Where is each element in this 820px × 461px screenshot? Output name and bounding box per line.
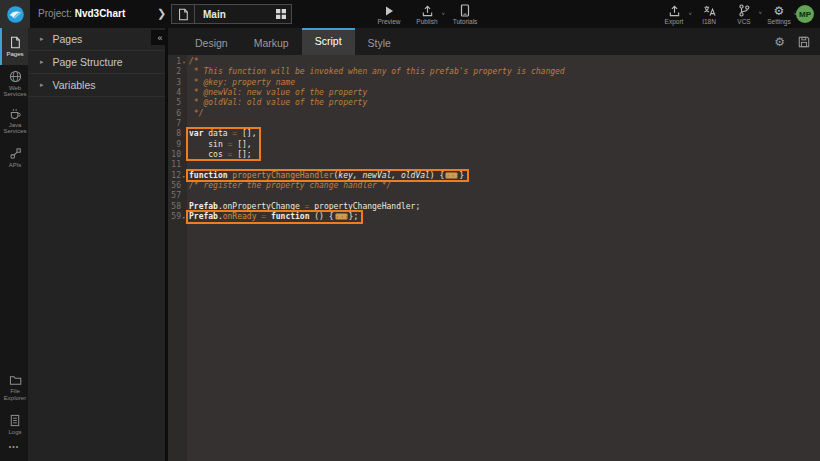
code-line-content: sin = [],: [187, 140, 252, 150]
code-line-content: * This function will be invoked when any…: [187, 67, 565, 77]
code-token: Prefab: [189, 212, 218, 221]
coffee-icon: [9, 107, 22, 120]
chevron-right-icon: ▸: [40, 35, 44, 43]
panel-section-variables[interactable]: ▸ Variables: [28, 74, 165, 97]
code-token: * This function will be invoked when any…: [189, 67, 565, 76]
connector-icon: [9, 147, 22, 160]
code-lines: 1▾/*2 * This function will be invoked wh…: [168, 57, 820, 223]
line-number: 56: [168, 181, 181, 191]
code-line-content: Prefab.onReady = function () {···};: [187, 212, 358, 222]
breadcrumb-chevron-icon: ❯: [157, 0, 166, 28]
rail-bottom: File Explorer Logs •••: [0, 369, 28, 459]
code-line[interactable]: 12▸function propertyChangeHandler(key, n…: [168, 171, 820, 181]
panel-section-page-structure[interactable]: ▸ Page Structure: [28, 51, 165, 74]
settings-button[interactable]: ⚙ Settings ˅: [766, 4, 792, 25]
rail-item-web-services[interactable]: Web Services: [0, 65, 28, 102]
line-number: 8: [168, 129, 181, 139]
code-token: * @key: property name: [189, 78, 295, 87]
branch-icon: [738, 4, 750, 17]
code-line[interactable]: 5 * @oldVal: old value of the property: [168, 98, 820, 108]
grid-icon[interactable]: [271, 9, 291, 19]
code-token: [];: [232, 150, 251, 159]
folder-icon: [9, 374, 22, 386]
code-line-content: var data = [],: [187, 129, 256, 139]
page-selector-value: Main: [195, 9, 271, 20]
code-line[interactable]: 7: [168, 119, 820, 129]
code-token: function: [271, 212, 310, 221]
rail-item-java-services[interactable]: Java Services: [0, 102, 28, 139]
tab-script[interactable]: Script: [302, 28, 355, 55]
tab-markup[interactable]: Markup: [241, 28, 302, 55]
code-line[interactable]: 11: [168, 160, 820, 170]
code-line[interactable]: 4 * @newVal: new value of the property: [168, 88, 820, 98]
user-avatar[interactable]: MP: [796, 5, 814, 23]
line-number: 1: [168, 57, 181, 67]
line-number: 9: [168, 140, 181, 150]
code-token: Prefab: [189, 202, 218, 211]
collapse-panel-button[interactable]: «: [151, 30, 169, 45]
code-line-content: Prefab.onPropertyChange = propertyChange…: [187, 202, 420, 212]
log-icon: [9, 414, 21, 427]
project-title: Project: Nvd3Chart: [38, 0, 125, 28]
code-token: [],: [232, 140, 251, 149]
tab-style[interactable]: Style: [355, 28, 404, 55]
code-token: sin: [189, 140, 228, 149]
code-token: onReady: [223, 212, 257, 221]
code-token: propertyChangeHandler: [232, 171, 333, 180]
code-line[interactable]: 3 * @key: property name: [168, 78, 820, 88]
wavemaker-logo[interactable]: [0, 0, 30, 28]
code-editor[interactable]: 1▾/*2 * This function will be invoked wh…: [168, 55, 820, 461]
code-token: function: [189, 171, 228, 180]
explorer-panel: « ▸ Pages ▸ Page Structure ▸ Variables: [28, 28, 165, 461]
code-line[interactable]: 59▸Prefab.onReady = function () {···};: [168, 212, 820, 222]
tab-design[interactable]: Design: [182, 28, 241, 55]
i18n-button[interactable]: I18N: [696, 4, 722, 25]
rail-item-logs[interactable]: Logs: [0, 406, 28, 443]
project-label: Project:: [38, 8, 72, 19]
rail-item-file-explorer[interactable]: File Explorer: [0, 369, 28, 406]
publish-button[interactable]: Publish ˅: [414, 4, 440, 25]
folded-code-widget[interactable]: ···: [335, 213, 348, 220]
code-token: ) {: [430, 171, 444, 180]
code-line-content: * @newVal: new value of the property: [187, 88, 367, 98]
code-line[interactable]: 58Prefab.onPropertyChange = propertyChan…: [168, 202, 820, 212]
vcs-button[interactable]: VCS ˅: [731, 3, 757, 25]
code-line-content: * @oldVal: old value of the property: [187, 98, 367, 108]
line-number: 2: [168, 67, 181, 77]
left-rail: Pages Web Services Java Services: [0, 28, 28, 461]
line-number: 11: [168, 160, 181, 170]
publish-icon: [421, 5, 434, 17]
code-token: [],: [237, 129, 256, 138]
editor-settings-gear-icon[interactable]: ⚙: [774, 36, 785, 48]
preview-button[interactable]: Preview: [376, 4, 402, 25]
line-number: 58: [168, 202, 181, 212]
code-line[interactable]: 8var data = [],: [168, 129, 820, 139]
code-token: var: [189, 129, 203, 138]
chevron-down-icon: ˅: [441, 11, 445, 17]
rail-more-button[interactable]: •••: [0, 443, 28, 459]
code-line[interactable]: 57: [168, 191, 820, 201]
panel-section-pages[interactable]: ▸ Pages: [28, 28, 165, 51]
code-line[interactable]: 6 */: [168, 109, 820, 119]
tutorials-button[interactable]: Tutorials: [452, 3, 478, 25]
code-line[interactable]: 2 * This function will be invoked when a…: [168, 67, 820, 77]
code-token: */: [189, 109, 203, 118]
editor: Design Markup Script Style ⚙ 1▾/*2 * Thi…: [168, 28, 820, 461]
code-token: cos: [189, 150, 228, 159]
code-token: data: [203, 129, 232, 138]
globe-icon: [9, 70, 22, 83]
export-button[interactable]: Export ˅: [661, 4, 687, 25]
chevron-right-icon: ▸: [40, 58, 44, 66]
folded-code-widget[interactable]: ···: [445, 172, 458, 179]
line-number: 4: [168, 88, 181, 98]
save-icon[interactable]: [798, 36, 810, 48]
code-line[interactable]: 9 sin = [],: [168, 140, 820, 150]
page-selector[interactable]: Main: [171, 4, 292, 24]
rail-item-pages[interactable]: Pages: [0, 28, 28, 65]
code-line[interactable]: 1▾/*: [168, 57, 820, 67]
code-token: .onPropertyChange: [218, 202, 305, 211]
code-line[interactable]: 56/* register the property change handle…: [168, 181, 820, 191]
code-token: /* register the property change handler …: [189, 181, 391, 190]
rail-item-apis[interactable]: APIs: [0, 139, 28, 176]
code-line[interactable]: 10 cos = [];: [168, 150, 820, 160]
